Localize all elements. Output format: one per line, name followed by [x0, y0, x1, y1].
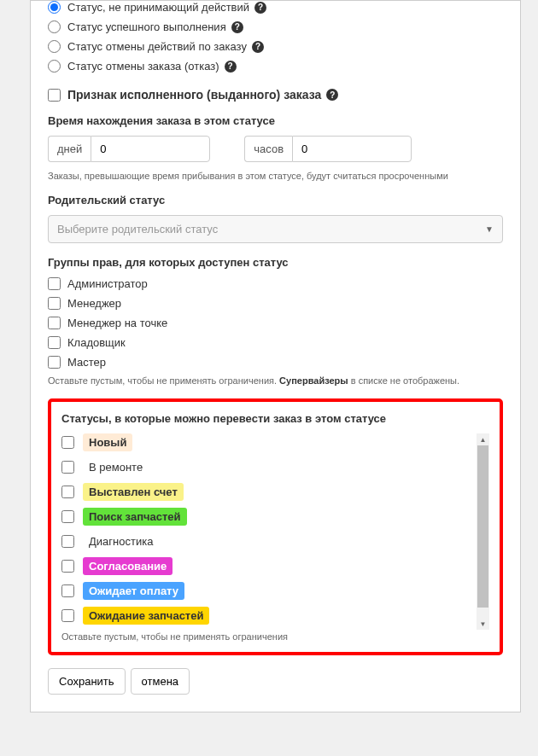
status-tag: Ожидание запчастей [83, 607, 209, 625]
transition-row: Ожидание запчастей [61, 607, 489, 625]
groups-hint-bold: Супервайзеры [279, 375, 348, 386]
hours-input-group: часов [244, 136, 412, 162]
status-tag: Выставлен счет [83, 483, 184, 501]
groups-section-label: Группы прав, для которых доступен статус [48, 256, 503, 269]
radio-row-success: Статус успешного выполнения ? [48, 20, 503, 33]
help-icon[interactable]: ? [225, 61, 237, 73]
radio-cancel-order[interactable] [48, 60, 61, 73]
transition-checkbox[interactable] [61, 436, 74, 449]
radio-row-cancel-actions: Статус отмены действий по заказу ? [48, 40, 503, 53]
group-checkbox[interactable] [48, 297, 61, 310]
done-label[interactable]: Признак исполненного (выданного) заказа [67, 88, 321, 102]
time-hint: Заказы, превышающие время прибывания в э… [48, 171, 503, 181]
radio-cancel-order-label[interactable]: Статус отмены заказа (отказ) [67, 60, 219, 73]
hours-addon: часов [244, 136, 292, 162]
transition-checkbox[interactable] [61, 535, 74, 548]
caret-down-icon: ▼ [485, 224, 494, 234]
group-row: Мастер [48, 356, 503, 369]
radio-no-action-label[interactable]: Статус, не принимающий действий [67, 1, 249, 14]
transition-checkbox[interactable] [61, 609, 74, 622]
status-tag: Согласование [83, 557, 173, 575]
time-section-label: Время нахождения заказа в этом статусе [48, 114, 503, 127]
save-button[interactable]: Сохранить [48, 668, 126, 695]
groups-hint: Оставьте пустым, чтобы не применять огра… [48, 375, 503, 386]
dialog-buttons: Сохранить отмена [48, 668, 503, 695]
group-row: Менеджер на точке [48, 317, 503, 329]
transition-row: В ремонте [61, 458, 489, 476]
group-label[interactable]: Менеджер [67, 297, 121, 310]
time-inputs-row: дней часов [48, 136, 503, 162]
transition-row: Выставлен счет [61, 483, 489, 501]
radio-success[interactable] [48, 20, 61, 33]
transition-row: Диагностика [61, 532, 489, 550]
transition-row: Поиск запчастей [61, 508, 489, 526]
group-row: Менеджер [48, 297, 503, 310]
days-input[interactable] [91, 136, 210, 162]
radio-row-cancel-order: Статус отмены заказа (отказ) ? [48, 60, 503, 73]
parent-section-label: Родительский статус [48, 194, 503, 206]
transition-checkbox[interactable] [61, 584, 74, 597]
status-tag: Поиск запчастей [83, 508, 187, 526]
status-tag: Диагностика [83, 532, 159, 550]
transition-checkbox[interactable] [61, 486, 74, 498]
group-row: Администратор [48, 277, 503, 290]
transitions-highlight-box: Статусы, в которые можно перевести заказ… [48, 398, 503, 655]
transition-row: Новый [61, 433, 489, 451]
help-icon[interactable]: ? [231, 21, 243, 33]
help-icon[interactable]: ? [326, 89, 338, 101]
groups-hint-post: в списке не отображены. [348, 375, 459, 386]
scroll-down-icon[interactable]: ▼ [477, 618, 489, 630]
status-tag: В ремонте [83, 458, 149, 476]
group-label[interactable]: Администратор [67, 277, 148, 290]
transition-row: Ожидает оплату [61, 582, 489, 600]
scroll-up-icon[interactable]: ▲ [477, 433, 489, 445]
groups-hint-pre: Оставьте пустым, чтобы не применять огра… [48, 375, 279, 386]
transitions-section-label: Статусы, в которые можно перевести заказ… [61, 412, 489, 425]
transitions-list: НовыйВ ремонтеВыставлен счетПоиск запчас… [61, 433, 489, 630]
parent-select-placeholder: Выберите родительский статус [57, 223, 218, 236]
group-checkbox[interactable] [48, 356, 61, 369]
scrollbar-track[interactable]: ▲ ▼ [477, 433, 489, 630]
group-label[interactable]: Менеджер на точке [67, 317, 167, 329]
cancel-button[interactable]: отмена [131, 668, 190, 695]
done-checkbox[interactable] [48, 89, 61, 102]
status-tag: Ожидает оплату [83, 582, 184, 600]
group-checkbox[interactable] [48, 277, 61, 290]
status-edit-dialog: Статус, не принимающий действий ? Статус… [30, 0, 521, 712]
group-checkbox[interactable] [48, 317, 61, 329]
status-type-radio-group: Статус, не принимающий действий ? Статус… [48, 1, 503, 73]
radio-row-no-action: Статус, не принимающий действий ? [48, 1, 503, 14]
transitions-hint: Оставьте пустым, чтобы не применять огра… [61, 631, 489, 642]
transition-checkbox[interactable] [61, 510, 74, 523]
transition-row: Согласование [61, 557, 489, 575]
status-tag: Новый [83, 433, 132, 451]
parent-select[interactable]: Выберите родительский статус ▼ [48, 215, 503, 243]
group-label[interactable]: Мастер [67, 356, 106, 369]
group-label[interactable]: Кладовщик [67, 336, 126, 349]
scrollbar-thumb[interactable] [477, 445, 488, 608]
hours-input[interactable] [292, 136, 412, 162]
radio-cancel-actions[interactable] [48, 40, 61, 53]
done-feature-row: Признак исполненного (выданного) заказа … [48, 88, 503, 102]
transition-checkbox[interactable] [61, 560, 74, 573]
parent-select-wrap: Выберите родительский статус ▼ [48, 215, 503, 243]
groups-list: АдминистраторМенеджерМенеджер на точкеКл… [48, 277, 503, 369]
help-icon[interactable]: ? [254, 2, 266, 14]
group-checkbox[interactable] [48, 336, 61, 349]
radio-success-label[interactable]: Статус успешного выполнения [67, 20, 226, 33]
transition-checkbox[interactable] [61, 461, 74, 474]
help-icon[interactable]: ? [252, 41, 264, 53]
radio-cancel-actions-label[interactable]: Статус отмены действий по заказу [67, 40, 247, 53]
group-row: Кладовщик [48, 336, 503, 349]
radio-no-action[interactable] [48, 1, 61, 14]
days-input-group: дней [48, 136, 210, 162]
days-addon: дней [48, 136, 91, 162]
